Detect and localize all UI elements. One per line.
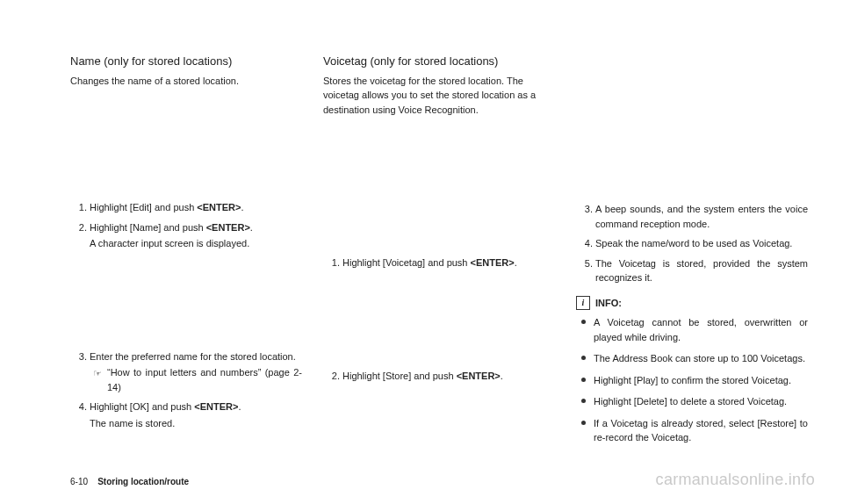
info-bullet-list: A Voicetag cannot be stored, overwritten… [576, 315, 808, 445]
section-name: Storing location/route [97, 477, 189, 486]
bullet-3: Highlight [Play] to confirm the stored V… [581, 373, 808, 388]
bullet-4: Highlight [Delete] to delete a stored Vo… [581, 394, 808, 409]
section-title-voicetag: Voicetag (only for stored locations) [323, 53, 555, 70]
gap [576, 53, 808, 202]
steps-list-voicetag-c: A beep sounds, and the system enters the… [576, 202, 808, 285]
step-4-sub: The name is stored. [90, 416, 302, 431]
bullet-5: If a Voicetag is already stored, select … [581, 416, 808, 445]
step-3: Enter the preferred name for the stored … [90, 349, 302, 395]
steps-list-name-b: Enter the preferred name for the stored … [70, 349, 302, 431]
info-heading: i INFO: [576, 296, 808, 311]
gap [70, 104, 302, 200]
step-2: Highlight [Name] and push <ENTER>. A cha… [90, 220, 302, 251]
step-5: The Voicetag is stored, provided the sys… [595, 256, 808, 285]
section-body-name: Changes the name of a stored location. [70, 74, 302, 89]
cross-reference: ☞ “How to input letters and numbers” (pa… [93, 365, 302, 394]
column-middle: Voicetag (only for stored locations) Sto… [323, 53, 555, 452]
column-right: A beep sounds, and the system enters the… [576, 53, 808, 452]
bullet-2: The Address Book can store up to 100 Voi… [581, 351, 808, 366]
steps-list-name-a: Highlight [Edit] and push <ENTER>. Highl… [70, 200, 302, 251]
info-label: INFO: [595, 296, 622, 311]
steps-list-voicetag-a: Highlight [Voicetag] and push <ENTER>. [323, 256, 555, 270]
step-4: Speak the name/word to be used as Voicet… [595, 236, 808, 251]
gap [323, 281, 555, 369]
step-3: A beep sounds, and the system enters the… [595, 202, 808, 231]
watermark: carmanualsonline.info [656, 468, 815, 492]
section-title-name: Name (only for stored locations) [70, 53, 302, 70]
gap [323, 133, 555, 256]
step-2-sub: A character input screen is displayed. [90, 236, 302, 251]
steps-list-voicetag-b: Highlight [Store] and push <ENTER>. [323, 369, 555, 384]
step-4: Highlight [OK] and push <ENTER>. The nam… [90, 400, 302, 430]
step-1: Highlight [Edit] and push <ENTER>. [90, 200, 302, 215]
column-left: Name (only for stored locations) Changes… [70, 53, 302, 452]
page-number: 6-10 [70, 477, 88, 486]
page-footer: 6-10 Storing location/route [70, 475, 189, 488]
section-body-voicetag: Stores the voicetag for the stored locat… [323, 74, 555, 118]
gap [70, 262, 302, 349]
reference-text: “How to input letters and numbers” (page… [107, 365, 302, 394]
step-1: Highlight [Voicetag] and push <ENTER>. [342, 256, 555, 270]
step-2: Highlight [Store] and push <ENTER>. [342, 369, 555, 384]
bullet-1: A Voicetag cannot be stored, overwritten… [581, 315, 808, 344]
manual-page: Name (only for stored locations) Changes… [0, 0, 843, 470]
reference-icon: ☞ [93, 366, 102, 381]
info-icon: i [576, 296, 590, 310]
